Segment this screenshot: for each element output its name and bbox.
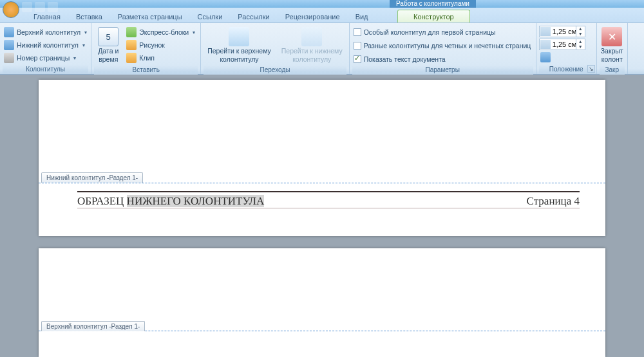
qat-redo-icon[interactable] (48, 2, 58, 12)
qat-save-icon[interactable] (22, 2, 32, 12)
quickparts-button[interactable]: Экспресс-блоки ▾ (125, 26, 196, 39)
ribbon-tabs: Главная Вставка Разметка страницы Ссылки… (0, 8, 644, 23)
footer-icon (4, 40, 14, 50)
group-label: Положение (539, 65, 594, 74)
opt-first-page[interactable]: Особый колонтитул для первой страницы (352, 26, 533, 39)
goto-header-l1: Перейти к верхнему (207, 48, 271, 55)
ribbon: Верхний колонтитул ▾ Нижний колонтитул ▾… (0, 23, 644, 75)
clipart-label: Клип (139, 55, 155, 62)
group-label: Параметры (352, 66, 533, 75)
checkbox-icon[interactable] (354, 42, 361, 50)
quickparts-label: Экспресс-блоки (139, 29, 189, 36)
footer-left-text[interactable]: ОБРАЗЕЦ НИЖНЕГО КОЛОНТИТУЛА (77, 195, 264, 208)
group-label: Переходы (204, 66, 346, 75)
tab-view[interactable]: Вид (348, 10, 376, 23)
tab-insert[interactable]: Вставка (68, 10, 110, 23)
datetime-label-2: время (99, 56, 118, 63)
tab-page-layout[interactable]: Разметка страницы (110, 10, 190, 23)
group-label: Вставить (94, 66, 198, 75)
tab-review[interactable]: Рецензирование (278, 10, 348, 23)
picture-icon (126, 40, 137, 50)
footer-right-text[interactable]: Страница 4 (527, 195, 580, 208)
group-options: Особый колонтитул для первой страницы Ра… (350, 23, 536, 74)
opt-odd-even-label: Разные колонтитулы для четных и нечетных… (364, 42, 531, 50)
header-button[interactable]: Верхний колонтитул ▾ (3, 26, 88, 39)
page-number-button[interactable]: Номер страницы ▾ (3, 51, 88, 64)
close-icon: ✕ (601, 27, 622, 46)
group-navigation: Перейти к верхнему колонтитулу Перейти к… (201, 23, 349, 74)
goto-footer-button: Перейти к нижнему колонтитулу (278, 26, 346, 66)
spin-down-icon[interactable]: ▼ (576, 32, 585, 37)
goto-header-l2: колонтитулу (220, 56, 258, 63)
align-tab-icon (540, 52, 551, 62)
tab-design[interactable]: Конструктор (397, 10, 470, 23)
checkbox-checked-icon[interactable] (354, 55, 361, 63)
office-button[interactable] (3, 1, 19, 18)
header-top-spinner[interactable]: ▲▼ (539, 26, 585, 37)
chevron-down-icon: ▾ (82, 42, 85, 48)
tab-references[interactable]: Ссылки (190, 10, 231, 23)
group-label: Закр (600, 66, 625, 75)
datetime-button[interactable]: 5 Дата и время (94, 26, 122, 66)
goto-footer-l2: колонтитулу (292, 56, 331, 63)
margin-bottom-icon (540, 40, 551, 49)
group-position: ▲▼ ▲▼ ↘ Положение (536, 23, 597, 74)
opt-first-page-label: Особый колонтитул для первой страницы (364, 29, 496, 36)
group-label: Колонтитулы (3, 65, 88, 74)
chevron-down-icon: ▾ (84, 30, 87, 35)
footer-button[interactable]: Нижний колонтитул ▾ (3, 39, 88, 51)
align-tab-button[interactable] (539, 51, 585, 63)
dialog-launcher-icon[interactable]: ↘ (587, 65, 595, 73)
close-l1: Закрыт (601, 48, 623, 55)
header-top-input[interactable] (551, 28, 576, 35)
page-number-label: Номер страницы (17, 55, 70, 62)
goto-header-icon (229, 27, 249, 46)
picture-label: Рисунок (139, 42, 165, 49)
opt-show-doc-label: Показать текст документа (364, 56, 446, 63)
group-close: ✕ Закрыт колонт Закр (597, 23, 628, 74)
footer-bottom-input[interactable] (551, 41, 576, 48)
footer-left-a: ОБРАЗЕЦ (77, 195, 124, 207)
document-workspace[interactable]: Нижний колонтитул -Раздел 1- ОБРАЗЕЦ НИЖ… (0, 75, 644, 357)
checkbox-icon[interactable] (354, 28, 361, 36)
footer-boundary (39, 183, 605, 183)
goto-header-button[interactable]: Перейти к верхнему колонтитулу (204, 26, 275, 66)
group-insert: 5 Дата и время Экспресс-блоки ▾ Рисунок … (91, 23, 201, 74)
page-1[interactable]: Нижний колонтитул -Раздел 1- ОБРАЗЕЦ НИЖ… (39, 80, 605, 236)
margin-top-icon (540, 27, 551, 36)
group-headerfooter: Верхний колонтитул ▾ Нижний колонтитул ▾… (0, 23, 91, 74)
footer-left-b-selected: НИЖНЕГО КОЛОНТИТУЛА (127, 195, 265, 207)
page-number-icon (4, 53, 14, 63)
clipart-button[interactable]: Клип (125, 51, 196, 64)
spin-down-icon[interactable]: ▼ (576, 44, 585, 50)
chevron-down-icon: ▾ (193, 30, 195, 35)
footer-bottom-spinner[interactable]: ▲▼ (539, 39, 585, 50)
title-bar: Работа с колонтитулами (0, 0, 644, 8)
header-icon (4, 27, 14, 37)
goto-footer-icon (301, 27, 322, 46)
opt-show-doc[interactable]: Показать текст документа (352, 53, 533, 66)
header-label: Верхний колонтитул (17, 29, 80, 36)
spin-up-icon[interactable]: ▲ (576, 26, 585, 32)
qat-undo-icon[interactable] (35, 2, 45, 12)
page-2[interactable]: Верхний колонтитул -Раздел 1- (39, 248, 605, 357)
spin-up-icon[interactable]: ▲ (576, 39, 585, 44)
footer-section-tag[interactable]: Нижний колонтитул -Раздел 1- (41, 172, 143, 183)
goto-footer-l1: Перейти к нижнему (281, 48, 343, 55)
clipart-icon (126, 53, 137, 63)
datetime-label-1: Дата и (98, 48, 118, 55)
header-section-tag[interactable]: Верхний колонтитул -Раздел 1- (41, 321, 145, 331)
opt-odd-even[interactable]: Разные колонтитулы для четных и нечетных… (352, 39, 533, 52)
footer-content[interactable]: ОБРАЗЕЦ НИЖНЕГО КОЛОНТИТУЛА Страница 4 (77, 191, 580, 208)
picture-button[interactable]: Рисунок (125, 39, 196, 51)
chevron-down-icon: ▾ (73, 55, 76, 61)
close-l2: колонт (601, 56, 623, 63)
quickparts-icon (126, 27, 137, 37)
contextual-tab-title: Работа с колонтитулами (390, 0, 476, 8)
tab-mailings[interactable]: Рассылки (230, 10, 277, 23)
quick-access-toolbar (22, 2, 58, 12)
close-headerfooter-button[interactable]: ✕ Закрыт колонт (600, 26, 625, 66)
calendar-icon: 5 (98, 27, 118, 46)
footer-label: Нижний колонтитул (17, 42, 79, 49)
